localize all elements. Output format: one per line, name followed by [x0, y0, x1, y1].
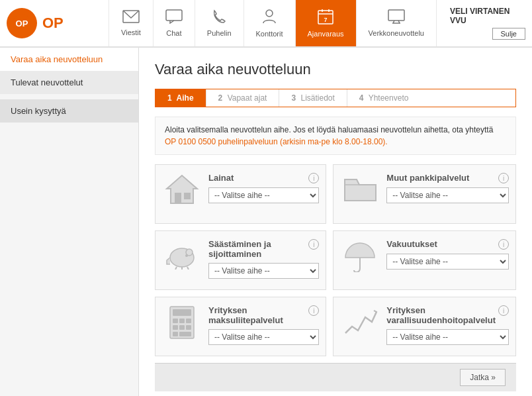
step-3: 3 Lisätiedot [279, 89, 347, 107]
phone-icon [212, 9, 226, 28]
step-4-num: 4 [359, 93, 364, 103]
lainat-info-icon[interactable]: i [308, 173, 319, 183]
umbrella-icon [340, 239, 380, 272]
verkkoneuvottelu-label: Verkkoneuvottelu [369, 29, 424, 37]
saastaminen-info-icon[interactable]: i [308, 239, 319, 250]
chat-icon [165, 9, 183, 28]
main-layout: Varaa aika neuvotteluun Tulevat neuvotte… [0, 48, 532, 396]
folder-icon [340, 173, 380, 203]
muut-title: Muut pankkipalvelut [386, 173, 469, 183]
step-2-num: 2 [218, 93, 223, 103]
lainat-select[interactable]: -- Valitse aihe -- [208, 187, 319, 203]
category-grid: Lainat i -- Valitse aihe -- [155, 164, 516, 356]
tab-viestit[interactable]: Viestit [109, 0, 154, 46]
svg-rect-16 [184, 193, 191, 199]
content-area: Varaa aika neuvotteluun 1 Aihe 2 Vapaat … [139, 48, 532, 396]
muut-info-icon[interactable]: i [498, 173, 509, 183]
header: OP OP Viestit Chat [0, 0, 532, 48]
svg-rect-10 [388, 10, 404, 21]
step-2: 2 Vapaat ajat [206, 89, 280, 107]
svg-point-4 [266, 10, 273, 17]
category-card-saastaminen: Säästäminen ja sijoittaminen i -- Valits… [155, 230, 326, 290]
sidebar-item-usein[interactable]: Usein kysyttyä [0, 99, 138, 123]
tab-verkkoneuvottelu[interactable]: Verkkoneuvottelu [357, 0, 437, 46]
step-2-label: Vapaat ajat [228, 93, 267, 103]
logo-circle: OP [7, 8, 37, 38]
varallisuus-title: Yrityksen varallisuudenhoitopalvelut [386, 305, 496, 325]
sidebar-item-tulevat[interactable]: Tulevat neuvottelut [0, 71, 138, 94]
info-box: Aloita valitsemalla neuvottelun aihe. Jo… [155, 117, 516, 155]
maksuliike-info-icon[interactable]: i [308, 305, 319, 316]
saastaminen-select[interactable]: -- Valitse aihe -- [208, 263, 319, 279]
tab-konttorit[interactable]: Konttorit [244, 0, 296, 46]
varallisuus-select[interactable]: -- Valitse aihe -- [386, 329, 509, 345]
house-icon [162, 173, 202, 206]
svg-rect-30 [179, 325, 185, 330]
svg-line-19 [175, 267, 177, 270]
svg-rect-33 [179, 332, 191, 336]
maksuliike-body: Yrityksen maksuliitepalvelut i -- Valits… [208, 305, 319, 345]
header-user: VELI VIRTANEN VVU Sulje [450, 7, 525, 40]
step-3-num: 3 [291, 93, 296, 103]
vakuutukset-title-row: Vakuutukset i [386, 239, 509, 250]
lainat-title-row: Lainat i [208, 173, 319, 183]
ajanvaraus-label: Ajanvaraus [308, 30, 344, 38]
page-title: Varaa aika neuvotteluun [155, 61, 516, 78]
saastaminen-title: Säästäminen ja sijoittaminen [208, 239, 306, 259]
maksuliike-title: Yrityksen maksuliitepalvelut [208, 305, 306, 325]
saastaminen-body: Säästäminen ja sijoittaminen i -- Valits… [208, 239, 319, 279]
person-icon [262, 9, 277, 28]
maksuliike-select[interactable]: -- Valitse aihe -- [208, 329, 319, 345]
close-button[interactable]: Sulje [492, 28, 525, 40]
varallisuus-body: Yrityksen varallisuudenhoitopalvelut i -… [386, 305, 509, 345]
sidebar-item-varaa-aika[interactable]: Varaa aika neuvotteluun [0, 48, 138, 71]
step-4-label: Yhteenveto [369, 93, 409, 103]
viestit-label: Viestit [121, 28, 141, 36]
svg-line-21 [187, 267, 189, 270]
varallisuus-info-icon[interactable]: i [498, 305, 509, 316]
svg-rect-26 [173, 319, 178, 323]
category-card-muut: Muut pankkipalvelut i -- Valitse aihe -- [333, 164, 516, 224]
saastaminen-title-row: Säästäminen ja sijoittaminen i [208, 239, 319, 259]
next-button[interactable]: Jatka » [460, 369, 506, 386]
varallisuus-title-row: Yrityksen varallisuudenhoitopalvelut i [386, 305, 509, 325]
muut-select[interactable]: -- Valitse aihe -- [386, 187, 509, 203]
vakuutukset-body: Vakuutukset i -- Valitse aihe -- [386, 239, 509, 270]
svg-rect-27 [179, 319, 185, 323]
category-card-vakuutukset: Vakuutukset i -- Valitse aihe -- [333, 230, 516, 290]
step-1: 1 Aihe [155, 89, 206, 107]
tab-chat[interactable]: Chat [154, 0, 195, 46]
vakuutukset-title: Vakuutukset [386, 239, 437, 249]
svg-marker-14 [167, 175, 197, 203]
svg-rect-28 [186, 319, 191, 323]
calculator-icon [162, 305, 202, 340]
info-text: Aloita valitsemalla neuvottelun aihe. Jo… [165, 125, 493, 146]
bottom-bar: Jatka » [155, 363, 516, 391]
sidebar: Varaa aika neuvotteluun Tulevat neuvotte… [0, 48, 139, 396]
logo-area: OP OP [7, 8, 109, 38]
steps-bar: 1 Aihe 2 Vapaat ajat 3 Lisätiedot 4 Yhte… [155, 89, 516, 107]
category-card-maksuliike: Yrityksen maksuliitepalvelut i -- Valits… [155, 297, 326, 356]
lainat-title: Lainat [208, 173, 234, 183]
svg-text:7: 7 [324, 17, 328, 23]
info-link[interactable]: OP 0100 0500 puhelinpalveluun (arkisin m… [165, 137, 388, 146]
calendar-icon: 7 [318, 9, 333, 28]
chart-icon [340, 305, 380, 338]
svg-rect-15 [175, 193, 181, 203]
muut-body: Muut pankkipalvelut i -- Valitse aihe -- [386, 173, 509, 203]
konttorit-label: Konttorit [256, 30, 283, 38]
piggy-icon [162, 239, 202, 270]
maksuliike-title-row: Yrityksen maksuliitepalvelut i [208, 305, 319, 325]
muut-title-row: Muut pankkipalvelut i [386, 173, 509, 183]
step-4: 4 Yhteenveto [347, 89, 421, 107]
svg-rect-31 [186, 325, 191, 330]
vakuutukset-select[interactable]: -- Valitse aihe -- [386, 254, 509, 270]
vakuutukset-info-icon[interactable]: i [498, 239, 509, 250]
sidebar-divider [0, 94, 138, 99]
svg-rect-29 [173, 325, 178, 330]
step-1-label: Aihe [177, 93, 194, 103]
tab-ajanvaraus[interactable]: 7 Ajanvaraus [296, 0, 357, 46]
user-name: VELI VIRTANEN VVU [450, 7, 525, 25]
svg-text:OP: OP [16, 19, 28, 28]
tab-puhelin[interactable]: Puhelin [195, 0, 244, 46]
